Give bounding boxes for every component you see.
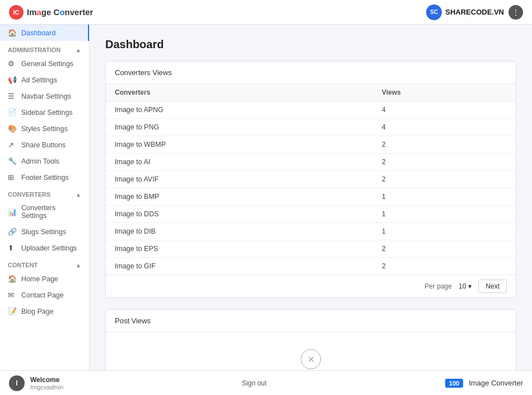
label: Blog Page <box>21 308 54 315</box>
sidebar-section-content: Content ▲ <box>0 256 89 271</box>
converter-name: Image to EPS <box>106 240 373 258</box>
views-value: 1 <box>373 188 516 206</box>
per-page-label: Per page <box>424 282 452 290</box>
header: IC Image Converter SC SHARECODE.VN ⋮ <box>0 0 532 25</box>
gear-icon: ⚙ <box>8 59 17 68</box>
label: Contact Page <box>21 291 64 299</box>
converters-views-card: Converters Views Converters Views Image … <box>105 61 516 298</box>
views-value: 2 <box>373 136 516 154</box>
no-posts-icon: ✕ <box>301 349 321 369</box>
logo-o: o <box>59 7 64 17</box>
table-header-row: Converters Views <box>106 84 516 101</box>
table-row: Image to BMP 1 <box>106 188 516 206</box>
footer-left: I Welcome Imgcvadmin <box>9 375 63 391</box>
col-views: Views <box>373 84 516 101</box>
sign-out-link[interactable]: Sign out <box>242 379 267 387</box>
sidebar-section-converters: Converters ▲ <box>0 185 89 200</box>
navbar-icon: ☰ <box>8 92 17 100</box>
converter-name: Image to PNG <box>106 119 373 136</box>
post-card-header: Post Views <box>106 310 516 332</box>
layout: 🏠 Dashboard Administration ▲ ⚙ General S… <box>0 25 532 395</box>
sidebar-item-contact-page[interactable]: ✉ Contact Page <box>0 287 89 303</box>
views-value: 2 <box>373 258 516 275</box>
per-page-value: 10 <box>459 282 466 290</box>
tools-icon: 🔧 <box>8 157 17 165</box>
home-icon: 🏠 <box>8 29 17 37</box>
sidebar-item-share-buttons[interactable]: ↗ Share Buttons <box>0 137 89 153</box>
next-button[interactable]: Next <box>478 280 507 293</box>
section-converters-label: Converters <box>8 191 50 198</box>
sidebar-item-slugs-settings[interactable]: 🔗 Slugs Settings <box>0 224 89 240</box>
converter-name: Image to APNG <box>106 101 373 119</box>
sidebar-item-converters-settings[interactable]: 📊 Converters Settings <box>0 200 89 224</box>
table-row: Image to DIB 1 <box>106 223 516 240</box>
avatar: I <box>9 375 25 391</box>
footer-middle: Sign out <box>242 379 267 387</box>
logo-im: Im <box>27 7 37 17</box>
welcome-label: Welcome <box>30 376 63 384</box>
table-row: Image to WBMP 2 <box>106 136 516 154</box>
converters-table: Converters Views Image to APNG 4 Image t… <box>106 84 516 275</box>
home-page-icon: 🏠 <box>8 275 17 283</box>
sidebar-section-administration: Administration ▲ <box>0 41 89 55</box>
footer-icon: ⊞ <box>8 173 17 182</box>
sidebar-item-footer-settings[interactable]: ⊞ Footer Settings <box>0 169 89 185</box>
label: Styles Settings <box>21 125 68 133</box>
converter-name: Image to GIF <box>106 258 373 275</box>
sharecode-text: SHARECODE.VN <box>445 8 504 16</box>
sidebar-item-home-page[interactable]: 🏠 Home Page <box>0 271 89 287</box>
chevron-up-icon: ▲ <box>76 262 81 268</box>
chevron-up-icon: ▲ <box>76 47 81 53</box>
label: Sidebar Settings <box>21 109 73 117</box>
sidebar-item-styles-settings[interactable]: 🎨 Styles Settings <box>0 120 89 137</box>
chevron-up-icon: ▲ <box>76 192 81 198</box>
header-menu-btn[interactable]: ⋮ <box>508 5 523 20</box>
sidebar-item-blog-page[interactable]: 📝 Blog Page <box>0 303 89 319</box>
footer-app-name: Image Converter <box>469 379 523 387</box>
table-row: Image to AVIF 2 <box>106 171 516 188</box>
footer-bar: I Welcome Imgcvadmin Sign out 100 Image … <box>0 370 532 395</box>
table-row: Image to GIF 2 <box>106 258 516 275</box>
converter-name: Image to DIB <box>106 223 373 240</box>
label: Converters Settings <box>21 204 81 220</box>
logo-icon: IC <box>9 5 24 20</box>
sidebar-item-dashboard[interactable]: 🏠 Dashboard <box>0 25 89 41</box>
ad-icon: 📢 <box>8 76 17 84</box>
sidebar-item-sidebar-settings[interactable]: 📄 Sidebar Settings <box>0 104 89 120</box>
logo-age: a <box>37 7 41 17</box>
col-converters: Converters <box>106 84 373 101</box>
share-icon: ↗ <box>8 141 17 149</box>
sidebar-item-general-settings[interactable]: ⚙ General Settings <box>0 55 89 72</box>
views-value: 2 <box>373 154 516 171</box>
sidebar-dashboard-label: Dashboard <box>21 29 55 37</box>
slugs-icon: 🔗 <box>8 227 17 236</box>
converters-card-header: Converters Views <box>106 62 516 84</box>
label: Footer Settings <box>21 174 69 182</box>
logo-text: Image Converter <box>27 7 93 17</box>
sidebar-item-navbar-settings[interactable]: ☰ Navbar Settings <box>0 88 89 104</box>
sidebar-item-admin-tools[interactable]: 🔧 Admin Tools <box>0 153 89 169</box>
sidebar-item-uploader-settings[interactable]: ⬆ Uploader Settings <box>0 240 89 256</box>
converter-name: Image to AVIF <box>106 171 373 188</box>
sharecode-icon: SC <box>426 4 442 20</box>
converters-pagination: Per page 10 ▾ Next <box>106 275 516 298</box>
username: Imgcvadmin <box>30 384 63 391</box>
views-value: 2 <box>373 240 516 258</box>
section-content-label: Content <box>8 262 38 268</box>
logo-nverter: nverter <box>65 7 94 17</box>
label: Slugs Settings <box>21 228 66 236</box>
chevron-down-icon: ▾ <box>468 282 472 290</box>
views-value: 4 <box>373 119 516 136</box>
views-value: 4 <box>373 101 516 119</box>
header-right: SC SHARECODE.VN ⋮ <box>426 4 523 20</box>
label: Navbar Settings <box>21 92 71 100</box>
converter-name: Image to BMP <box>106 188 373 206</box>
sidebar-item-ad-settings[interactable]: 📢 Ad Settings <box>0 72 89 88</box>
footer-right: 100 Image Converter <box>445 379 523 388</box>
sharecode-logo: SC SHARECODE.VN <box>426 4 504 20</box>
table-row: Image to AI 2 <box>106 154 516 171</box>
per-page-select[interactable]: 10 ▾ <box>459 282 472 290</box>
logo-c: C <box>54 7 60 17</box>
label: General Settings <box>21 60 73 68</box>
label: Share Buttons <box>21 141 66 149</box>
